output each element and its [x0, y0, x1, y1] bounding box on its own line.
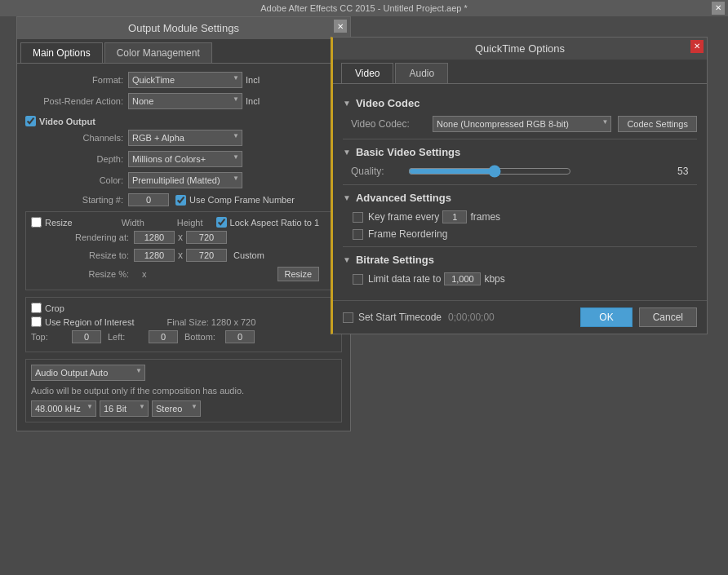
advanced-settings-header: ▼ Advanced Settings [343, 192, 697, 204]
video-output-label: Video Output [39, 117, 95, 126]
divider-2 [343, 184, 697, 185]
rendering-at-label: Rendering at: [31, 232, 129, 242]
bitrate-row: Limit data rate to kbps [353, 272, 697, 285]
channels-select[interactable]: RGB + Alpha [128, 130, 242, 146]
app-close-button[interactable]: ✕ [712, 2, 725, 15]
crop-label: Crop [45, 303, 64, 313]
video-codec-section-header: ▼ Video Codec [343, 97, 697, 109]
depth-select-wrapper[interactable]: Millions of Colors+ [128, 151, 242, 167]
lock-aspect-ratio-checkbox[interactable] [216, 217, 227, 228]
tab-main-options[interactable]: Main Options [20, 42, 103, 63]
lock-aspect-ratio-label[interactable]: Lock Aspect Ratio to 1 [216, 217, 319, 228]
tab-color-management[interactable]: Color Management [104, 42, 212, 63]
use-comp-frame-checkbox-label[interactable]: Use Comp Frame Number [175, 195, 295, 206]
use-roi-text: Use Region of Interest [45, 317, 134, 327]
bitrate-title: Bitrate Settings [356, 254, 434, 266]
codec-settings-button[interactable]: Codec Settings [618, 116, 697, 132]
app-title-bar: Adobe After Effects CC 2015 - Untitled P… [0, 0, 728, 16]
resize-pct-row: Resize %: x Resize [31, 267, 336, 281]
crop-bottom-input[interactable] [225, 330, 255, 343]
rendering-height-input[interactable] [186, 231, 227, 244]
resize-to-x-sep: x [178, 250, 183, 261]
crop-checkbox-label[interactable]: Crop [31, 303, 64, 313]
frame-reordering-checkbox[interactable] [353, 229, 363, 240]
resize-button[interactable]: Resize [277, 267, 320, 281]
output-module-title-bar: Output Module Settings ✕ [17, 17, 350, 39]
cancel-button[interactable]: Cancel [639, 307, 697, 327]
color-select-wrapper[interactable]: Premultiplied (Matted) [128, 172, 242, 188]
resize-to-width-input[interactable] [134, 249, 175, 262]
limit-data-rate-label: Limit data rate to [368, 273, 441, 285]
key-frame-value-input[interactable] [442, 210, 467, 223]
rendering-width-input[interactable] [134, 231, 175, 244]
bitrate-arrow: ▼ [343, 255, 351, 264]
footer-buttons: OK Cancel [580, 307, 697, 327]
resize-section: Resize Width Height Lock Aspect Ratio to… [25, 211, 342, 290]
key-frame-checkbox[interactable] [353, 212, 363, 223]
resize-checkbox-label[interactable]: Resize [31, 217, 73, 228]
format-select-wrapper[interactable]: QuickTime [128, 72, 242, 88]
resize-checkbox[interactable] [31, 217, 42, 228]
output-module-dialog: Output Module Settings ✕ Main Options Co… [16, 16, 351, 431]
lock-aspect-ratio-text: Lock Aspect Ratio to 1 [230, 218, 319, 228]
video-output-checkbox-label[interactable]: Video Output [25, 116, 342, 126]
set-start-timecode-checkbox[interactable] [343, 312, 353, 323]
post-render-select[interactable]: None [128, 93, 242, 109]
video-output-header: Video Output [25, 116, 342, 126]
crop-left-input[interactable] [149, 330, 178, 343]
color-select[interactable]: Premultiplied (Matted) [128, 172, 242, 188]
qt-close-button[interactable]: ✕ [690, 40, 704, 53]
qt-footer: Set Start Timecode 0;00;00;00 OK Cancel [333, 300, 707, 334]
qt-tab-video[interactable]: Video [341, 63, 393, 83]
key-frame-row: Key frame every frames [353, 210, 697, 223]
bit-depth-wrapper[interactable]: 16 Bit [100, 400, 149, 417]
crop-top-input[interactable] [72, 330, 101, 343]
sample-rate-wrapper[interactable]: 48.000 kHz [31, 400, 96, 417]
limit-data-rate-checkbox[interactable] [353, 274, 363, 285]
resize-header: Resize Width Height Lock Aspect Ratio to… [31, 217, 336, 228]
output-module-close-button[interactable]: ✕ [334, 20, 347, 33]
channels-select-wrapper[interactable]: RGB + Alpha [128, 130, 242, 146]
use-roi-checkbox[interactable] [31, 316, 42, 327]
qt-title-bar: QuickTime Options ✕ [333, 38, 707, 60]
sample-rate-select[interactable]: 48.000 kHz [31, 400, 96, 417]
codec-select[interactable]: None (Uncompressed RGB 8-bit) [433, 116, 611, 132]
quality-slider[interactable] [408, 165, 571, 178]
advanced-settings-arrow: ▼ [343, 193, 351, 202]
video-output-checkbox[interactable] [25, 116, 36, 126]
depth-row: Depth: Millions of Colors+ [25, 151, 342, 167]
crop-left-label: Left: [108, 332, 149, 342]
basic-video-title: Basic Video Settings [356, 146, 460, 158]
audio-output-select-wrapper[interactable]: Audio Output Auto [31, 365, 145, 381]
quality-row: Quality: 53 [351, 165, 697, 178]
resize-to-height-input[interactable] [186, 249, 227, 262]
timecode-row: Set Start Timecode 0;00;00;00 [343, 312, 495, 323]
depth-select[interactable]: Millions of Colors+ [128, 151, 242, 167]
divider-3 [343, 246, 697, 247]
ok-button[interactable]: OK [580, 307, 632, 327]
audio-output-row: Audio Output Auto [31, 365, 336, 381]
limit-data-rate-input[interactable] [444, 272, 481, 285]
use-comp-frame-checkbox[interactable] [175, 195, 186, 206]
bit-depth-select[interactable]: 16 Bit [100, 400, 149, 417]
audio-output-select[interactable]: Audio Output Auto [31, 365, 145, 381]
qt-tab-audio[interactable]: Audio [395, 63, 448, 83]
final-size: Final Size: 1280 x 720 [166, 317, 255, 327]
use-roi-label[interactable]: Use Region of Interest [31, 316, 134, 327]
audio-channels-select[interactable]: Stereo [152, 400, 201, 417]
resize-width-col: Width [122, 218, 144, 228]
codec-label: Video Codec: [351, 118, 433, 130]
post-render-select-wrapper[interactable]: None [128, 93, 242, 109]
starting-hash-input[interactable] [128, 193, 169, 206]
qt-title: QuickTime Options [475, 42, 565, 55]
format-label: Format: [25, 75, 123, 85]
audio-channels-wrapper[interactable]: Stereo [152, 400, 201, 417]
basic-video-settings-header: ▼ Basic Video Settings [343, 146, 697, 158]
crop-inner-row: Use Region of Interest Final Size: 1280 … [31, 316, 336, 327]
format-select[interactable]: QuickTime [128, 72, 242, 88]
codec-select-wrapper[interactable]: None (Uncompressed RGB 8-bit) [433, 116, 611, 132]
crop-checkbox[interactable] [31, 303, 42, 313]
quality-slider-track [408, 165, 673, 178]
basic-video-arrow: ▼ [343, 148, 351, 157]
audio-settings-row: 48.000 kHz 16 Bit Stereo [31, 400, 336, 417]
